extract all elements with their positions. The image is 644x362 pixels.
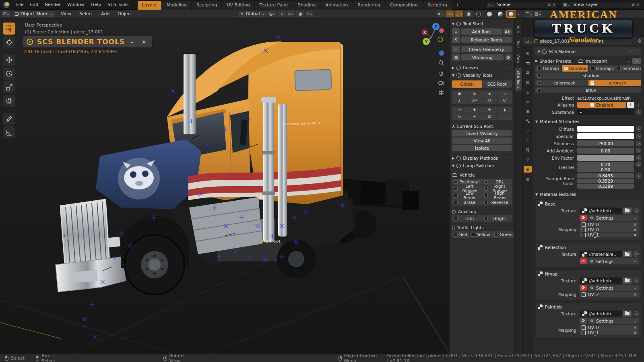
- base-uv-1[interactable]: UV_0✕: [580, 227, 639, 232]
- banner-close-button[interactable]: ✕: [140, 39, 148, 45]
- add-root-button[interactable]: Add Root: [461, 28, 502, 35]
- proportional-falloff-dropdown[interactable]: ∿⌄: [305, 10, 314, 17]
- vis-navigation-button[interactable]: ▼: [467, 107, 482, 113]
- decorator-button[interactable]: [636, 134, 641, 139]
- workspace-tab-animation[interactable]: Animation: [321, 1, 353, 10]
- breadcrumb-object[interactable]: piece_17.001: [540, 39, 570, 44]
- tab-object-data[interactable]: ▽: [524, 156, 532, 163]
- zoom-icon[interactable]: [438, 50, 444, 56]
- vis-locator-button[interactable]: ⅄: [452, 97, 467, 104]
- pin-icon[interactable]: ⚲: [638, 39, 641, 44]
- reflection-texture-path[interactable]: //material/e..: [580, 251, 622, 257]
- vis-shadow-model-button[interactable]: ⧉: [467, 90, 482, 97]
- decorator-button[interactable]: [636, 155, 641, 160]
- magnifier-icon[interactable]: [438, 60, 444, 66]
- outliner-region[interactable]: [522, 19, 644, 37]
- shading-dropdown[interactable]: ⌄: [517, 12, 520, 16]
- gizmos-toggle[interactable]: ↗⌄: [446, 10, 454, 17]
- scope-global-button[interactable]: Global: [452, 80, 482, 88]
- tab-texture[interactable]: ▦: [524, 175, 532, 182]
- outliner-display-mode-icon[interactable]: ▤⌄: [534, 10, 542, 17]
- tool-rotate[interactable]: [3, 68, 15, 80]
- visibility-tools-header[interactable]: ▼ Visibility Tools::::: [452, 72, 512, 78]
- snap-toggle[interactable]: 𝈍: [278, 10, 286, 17]
- tab-modifiers[interactable]: 🔧: [524, 117, 532, 124]
- menu-add[interactable]: Add: [98, 10, 113, 18]
- material-textures-header[interactable]: ▼Material Textures: [535, 191, 641, 197]
- tool-scale[interactable]: [3, 81, 15, 93]
- tab-object[interactable]: ▣: [524, 108, 532, 115]
- tool-measure[interactable]: [3, 126, 15, 138]
- properties-editor-type-icon[interactable]: ▤⌄: [525, 39, 533, 43]
- scene-selector[interactable]: ◬⌄ Scene ⧉ ✕: [485, 1, 558, 8]
- flag-altuv[interactable]: altuv: [535, 87, 641, 93]
- flag-shadow[interactable]: shadow: [535, 72, 641, 79]
- lamp-low-beam[interactable]: Low Beam: [452, 192, 482, 199]
- lamp-green[interactable]: Green: [492, 231, 514, 238]
- download-icon[interactable]: ↓: [635, 103, 641, 107]
- nmap-uv-0[interactable]: UV_2✕: [580, 292, 639, 297]
- breadcrumb-material[interactable]: truckpaint: [581, 39, 603, 44]
- reload-texture-button[interactable]: ⟳: [580, 318, 587, 324]
- remove-mapping-icon[interactable]: ✕: [633, 232, 637, 237]
- workspace-tab-scripting[interactable]: Scripting: [423, 1, 452, 10]
- tab-constraints[interactable]: ⛓: [524, 146, 532, 153]
- paintjob-b-field[interactable]: 0.2389: [577, 184, 634, 189]
- tab-render[interactable]: 📷: [524, 60, 532, 66]
- tool-shelf-header[interactable]: ▼ Tool Shelf::::: [452, 21, 512, 27]
- relocate-roots-button[interactable]: Relocate Roots: [461, 36, 512, 43]
- reflection-settings-dropdown[interactable]: ⚙Settings⌄: [588, 258, 639, 264]
- specular-color-swatch[interactable]: [577, 133, 634, 139]
- paintjob-texture-path[interactable]: //vehicle/tr..: [580, 311, 622, 317]
- menu-object[interactable]: Object: [114, 10, 135, 18]
- remove-mapping-icon[interactable]: ✕: [633, 222, 637, 227]
- scs-material-panel-header[interactable]: ▼ SCS Material ⧉ ::::: [535, 47, 641, 56]
- decorator-button[interactable]: [634, 311, 639, 316]
- decorator-button[interactable]: [634, 208, 639, 213]
- diffuse-color-swatch[interactable]: [577, 126, 634, 132]
- vis-map-point-button[interactable]: ✦: [467, 113, 482, 120]
- decorator-button[interactable]: [636, 162, 641, 167]
- lamp-yellow[interactable]: Yellow: [470, 231, 492, 238]
- vis-shadow-caster-button[interactable]: ◈: [482, 90, 497, 97]
- tab-scene[interactable]: ◬: [524, 88, 532, 95]
- lamp-bright[interactable]: Bright: [482, 215, 512, 222]
- flag-airbrush[interactable]: airbrush: [588, 80, 641, 86]
- view-layer-selector[interactable]: ▣⌄ View Layer ⧉ ✕: [561, 1, 642, 8]
- tab-output[interactable]: 🖶: [524, 69, 532, 76]
- base-uv-0[interactable]: UV_0✕: [580, 222, 639, 227]
- invert-visibility-button[interactable]: Invert Visibility: [452, 130, 512, 137]
- banner-minimize-button[interactable]: –: [129, 39, 136, 45]
- scope-scs-root-button[interactable]: SCS Root: [482, 80, 512, 88]
- vis-connection-button[interactable]: ⊶: [452, 107, 467, 113]
- transform-orientation-dropdown[interactable]: ↯ Global ⌄: [237, 10, 267, 17]
- reload-texture-button[interactable]: ⟳: [580, 285, 587, 291]
- add-ambient-field[interactable]: 0.00: [577, 148, 634, 154]
- flag-tsnmap[interactable]: tsnmap: [535, 65, 561, 72]
- display-methods-header[interactable]: ▶ Display Methods::::: [452, 155, 512, 161]
- tab-view-layer[interactable]: ▤: [524, 79, 532, 86]
- flag-tsnmapu[interactable]: tsnmapu..: [615, 65, 641, 72]
- remove-mapping-icon[interactable]: ✕: [633, 325, 637, 330]
- pan-hand-icon[interactable]: [438, 70, 444, 76]
- shading-solid-button[interactable]: [485, 10, 494, 18]
- editor-type-button[interactable]: ⊞⌄: [2, 10, 10, 17]
- shading-material-button[interactable]: [495, 10, 505, 18]
- open-file-button[interactable]: [623, 208, 632, 214]
- grid-toggle-icon[interactable]: [438, 90, 444, 96]
- reload-texture-button[interactable]: ⟳: [580, 258, 587, 264]
- sidebar-tab-tool[interactable]: Tool: [515, 37, 522, 50]
- vis-curve-button[interactable]: ↝: [452, 113, 467, 120]
- scene-copy-icon[interactable]: ⧉: [548, 2, 551, 7]
- paintjob-uv-1[interactable]: UV_1✕: [580, 330, 639, 335]
- reload-texture-button[interactable]: ⟳: [580, 215, 587, 221]
- paintjob-uv-0[interactable]: UV_0✕: [580, 325, 639, 330]
- shininess-field[interactable]: 250.00: [577, 140, 634, 146]
- vcoloring-button[interactable]: VColoring: [461, 54, 504, 61]
- workspace-tab-uv-editing[interactable]: UV Editing: [222, 1, 254, 10]
- aliasing-info-button[interactable]: i: [627, 102, 634, 108]
- snap-settings-dropdown[interactable]: ⌗⌄: [287, 10, 295, 17]
- flag-tsnmap16[interactable]: tsnmap16: [588, 65, 615, 72]
- selectability-dropdown[interactable]: ➤⌄: [437, 10, 445, 17]
- sidebar-tab-item[interactable]: Item: [515, 22, 522, 36]
